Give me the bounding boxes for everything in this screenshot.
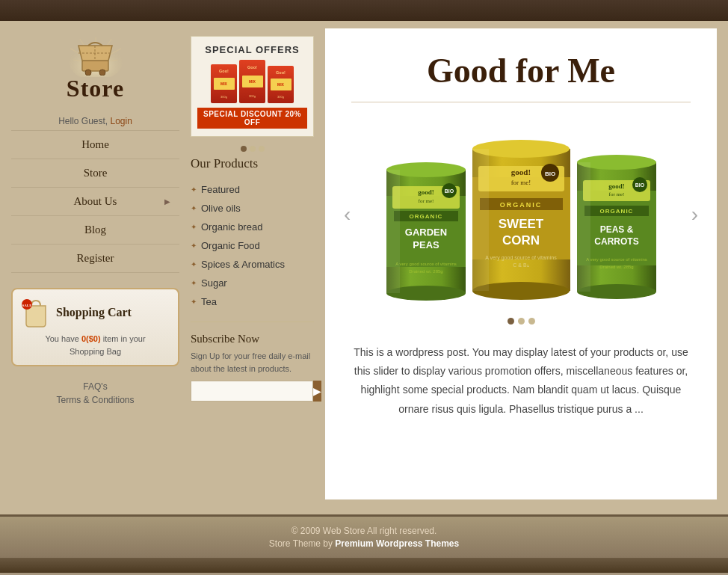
list-item-spices[interactable]: ✦ Spices & Aromatics [191,255,314,274]
product-box-1: Goo! MIX 300g [211,64,237,103]
special-offers-banner[interactable]: SPECIAL OFFERS Goo! MIX 300g Goo! MIX [191,36,314,137]
svg-text:ORGANIC: ORGANIC [599,208,633,215]
nav-item-register[interactable]: Register [11,244,179,273]
hero-description: This is a wordpress post. You may displa… [351,343,691,419]
bullet-icon: ✦ [191,279,197,287]
cart-info: You have 0($0) item in your Shopping Bag [22,333,169,357]
hero-divider [351,102,691,102]
svg-text:A very good source of vitamins: A very good source of vitamins [485,255,557,261]
list-item-organic-bread[interactable]: ✦ Organic bread [191,218,314,236]
svg-text:for me!: for me! [510,179,531,186]
nav-item-home[interactable]: Home [11,130,179,159]
product-box-2: Goo! MIX 300g [239,60,265,103]
subscribe-text: Sign Up for your free daily e-mail about… [191,350,314,375]
nav-item-blog[interactable]: Blog [11,215,179,244]
banner-dot-1[interactable] [241,146,247,152]
cart-header: SALE Shopping Cart [22,297,169,328]
banner-dots [191,146,314,152]
svg-text:good!: good! [608,182,625,190]
can-sweet-corn: good! for me! BIO ORGANIC SWEET CORN A v… [463,132,579,304]
login-link[interactable]: Login [111,116,132,126]
svg-text:A very good source of vitamins: A very good source of vitamins [586,257,647,262]
list-item-olive-oils[interactable]: ✦ Olive oils [191,199,314,218]
subscribe-button[interactable]: ▶ [313,381,321,402]
slider-dot-3[interactable] [528,318,535,325]
svg-text:A very good source of vitamins: A very good source of vitamins [395,262,457,266]
svg-text:good!: good! [510,167,530,176]
bullet-icon: ✦ [191,260,197,268]
footer-theme: Store Theme by Premium Wordpress Themes [9,538,719,549]
slider-dot-2[interactable] [518,318,525,325]
svg-text:BIO: BIO [544,170,555,177]
cart-title: Shopping Cart [56,306,132,319]
svg-text:for me!: for me! [418,198,434,204]
terms-link[interactable]: Terms & Conditions [11,395,179,405]
slider-inner: ‹ [351,117,691,312]
product-list: ✦ Featured ✦ Olive oils ✦ Organic bread … [191,180,314,311]
subscribe-title: Subscribe Now [191,333,314,345]
faq-link[interactable]: FAQ's [11,381,179,392]
list-item-featured[interactable]: ✦ Featured [191,180,314,199]
svg-text:good!: good! [418,188,434,196]
main-content: Good for Me ‹ [325,28,717,499]
svg-rect-46 [472,149,489,291]
svg-text:SWEET: SWEET [498,217,543,231]
main-wrapper: Store Hello Guest, Login Home Store Abou… [0,21,728,514]
bag-svg: SALE [22,297,50,328]
subscribe-input[interactable] [191,381,313,402]
svg-text:for me!: for me! [608,191,624,197]
slider-area: ‹ [351,117,691,325]
svg-text:ORGANIC: ORGANIC [499,201,542,209]
nav-menu: Home Store About Us Blog Register [11,130,179,273]
svg-text:BIO: BIO [635,182,644,188]
products-section-title: Our Products [191,156,314,171]
sidebar: Store Hello Guest, Login Home Store Abou… [11,28,179,499]
cart-bag-icon: SALE [22,297,50,328]
list-item-tea[interactable]: ✦ Tea [191,292,314,311]
special-offers-products: Goo! MIX 300g Goo! MIX 300g [197,60,307,103]
can-garden-peas: good! for me! BIO ORGANIC GARDEN PEAS A … [377,155,475,304]
slider-dot-1[interactable] [508,318,514,325]
svg-text:CORN: CORN [502,233,539,247]
slider-next-button[interactable]: › [688,199,702,230]
svg-text:CARROTS: CARROTS [594,236,638,247]
product-box-3: Goo! MIX 300g [268,66,294,103]
subscribe-form: ▶ [191,381,314,402]
bullet-icon: ✦ [191,298,197,306]
svg-text:SALE: SALE [22,304,32,307]
banner-dot-3[interactable] [259,146,265,152]
logo-area: Store [11,28,179,110]
special-offers-title: SPECIAL OFFERS [197,44,307,55]
svg-text:ORGANIC: ORGANIC [409,213,442,220]
top-bar [0,0,728,21]
sidebar-footer-links: FAQ's Terms & Conditions [11,381,179,405]
list-item-sugar[interactable]: ✦ Sugar [191,274,314,292]
footer-theme-link[interactable]: Premium Wordpress Themes [335,538,459,549]
svg-text:PEAS &: PEAS & [599,224,633,235]
slider-prev-button[interactable]: ‹ [340,199,354,230]
bullet-icon: ✦ [191,185,197,194]
can-peas-carrots: good! for me! BIO ORGANIC PEAS & CARROTS… [568,147,665,304]
svg-text:Drained wt. 285g: Drained wt. 285g [409,269,442,274]
svg-text:C & B₁: C & B₁ [513,262,528,268]
cans-container: good! for me! BIO ORGANIC GARDEN PEAS A … [377,125,665,304]
list-item-organic-food[interactable]: ✦ Organic Food [191,236,314,255]
special-discount-label: SPECIAL DISCOUNT 20% OFF [197,108,307,129]
svg-rect-8 [82,61,108,71]
slider-dots [351,318,691,325]
hello-guest: Hello Guest, Login [11,116,179,126]
svg-text:Drained wt. 285g: Drained wt. 285g [599,265,633,269]
cart-logo-icon [75,40,116,76]
svg-text:PEAS: PEAS [413,239,439,250]
middle-column: SPECIAL OFFERS Goo! MIX 300g Goo! MIX [179,28,325,499]
footer-copyright: © 2009 Web Store All right reserved. [9,526,719,536]
nav-item-about[interactable]: About Us [11,187,179,215]
svg-text:BIO: BIO [444,188,454,194]
nav-item-store[interactable]: Store [11,159,179,187]
page-footer: © 2009 Web Store All right reserved. Sto… [0,514,728,558]
store-logo-text: Store [11,75,179,102]
bottom-bar [0,558,728,573]
banner-dot-2[interactable] [250,146,256,152]
svg-text:GARDEN: GARDEN [404,227,446,238]
bullet-icon: ✦ [191,223,197,231]
